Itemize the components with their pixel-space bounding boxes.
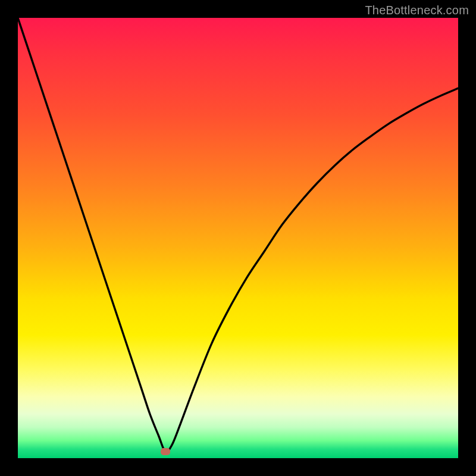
bottleneck-curve-path [18, 18, 458, 452]
plot-area [18, 18, 458, 458]
chart-frame: TheBottleneck.com [0, 0, 476, 476]
watermark-text: TheBottleneck.com [365, 4, 469, 17]
minimum-marker [161, 448, 170, 455]
curve-svg [18, 18, 458, 458]
